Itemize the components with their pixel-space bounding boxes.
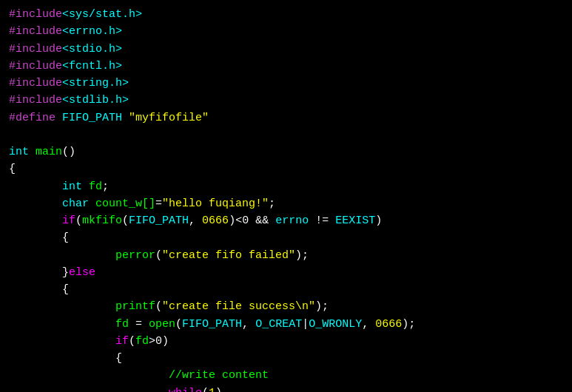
indent: } <box>9 266 69 279</box>
keyword-if: if <box>115 335 129 348</box>
paren: ( <box>202 387 209 393</box>
code-line-9: int main() <box>9 143 563 160</box>
include-text: <fcntl.h> <box>62 60 122 72</box>
indent: { <box>9 283 69 296</box>
keyword: #include <box>9 77 62 89</box>
code-line-3: #include<stdio.h> <box>9 41 563 58</box>
function-call: open <box>149 318 175 331</box>
keyword: #include <box>9 94 62 107</box>
variable: fd <box>89 180 102 193</box>
comment: //write content <box>169 369 269 382</box>
indent: { <box>9 352 122 365</box>
comma: , <box>242 318 255 331</box>
equals: = <box>155 197 162 210</box>
paren: ); <box>315 300 329 313</box>
type-keyword: int <box>9 146 36 158</box>
indent <box>9 318 115 331</box>
code-line-2: #include<errno.h> <box>9 23 563 40</box>
operator: <0 && <box>235 214 275 227</box>
code-line-12: char count_w[]="hello fuqiang!"; <box>9 195 563 212</box>
keyword: #define <box>9 112 62 124</box>
comma: , <box>189 214 202 227</box>
code-line-19: fd = open(FIFO_PATH, O_CREAT|O_WRONLY, 0… <box>9 316 563 333</box>
indent <box>9 214 62 227</box>
code-line-4: #include<fcntl.h> <box>9 58 563 75</box>
code-line-23: while(1) <box>9 385 563 393</box>
indent <box>9 387 169 393</box>
code-line-13: if(mkfifo(FIFO_PATH, 0666)<0 && errno !=… <box>9 212 563 229</box>
variable: fd <box>115 318 135 331</box>
operator: | <box>302 318 309 331</box>
code-line-16: }else <box>9 264 563 281</box>
indent <box>9 180 62 193</box>
function-call: perror <box>115 249 155 262</box>
number: 0666 <box>202 214 229 227</box>
include-text: <string.h> <box>62 77 129 89</box>
indent <box>9 335 115 348</box>
keyword-if: if <box>62 214 75 227</box>
code-line-18: printf("create file success\n"); <box>9 298 563 315</box>
keyword-while: while <box>169 387 202 393</box>
code-line-15: perror("create fifo failed"); <box>9 247 563 264</box>
code-line-5: #include<string.h> <box>9 75 563 92</box>
operator: = <box>135 318 149 331</box>
code-line-11: int fd; <box>9 178 563 195</box>
indent <box>9 197 62 210</box>
define-name: FIFO_PATH <box>62 112 129 124</box>
include-text: <errno.h> <box>62 25 122 38</box>
indent: { <box>9 232 69 244</box>
macro: errno <box>275 214 315 227</box>
type-keyword: char <box>62 197 95 210</box>
code-editor: #include<sys/stat.h> #include<errno.h> #… <box>0 0 572 392</box>
include-text: <sys/stat.h> <box>62 8 142 21</box>
string-literal: "create fifo failed" <box>162 249 295 262</box>
string-literal: "myfifofile" <box>129 112 209 124</box>
indent <box>9 300 115 313</box>
macro: EEXIST <box>335 214 375 227</box>
paren: ); <box>295 249 309 262</box>
brace: { <box>9 163 16 175</box>
code-line-21: { <box>9 350 563 367</box>
paren: ( <box>129 335 135 348</box>
punctuation: ; <box>102 180 109 193</box>
function-name: main <box>36 146 62 158</box>
code-line-14: { <box>9 229 563 246</box>
macro: O_CREAT <box>255 318 302 331</box>
operator: >0) <box>149 335 169 348</box>
punctuation: ; <box>269 197 275 210</box>
keyword: #include <box>9 43 62 55</box>
code-line-1: #include<sys/stat.h> <box>9 6 563 23</box>
code-line-8 <box>9 126 563 143</box>
string-literal: "hello fuqiang!" <box>162 197 269 210</box>
code-line-6: #include<stdlib.h> <box>9 92 563 109</box>
variable: count_w[] <box>95 197 155 210</box>
include-text: <stdio.h> <box>62 43 122 55</box>
macro: FIFO_PATH <box>182 318 242 331</box>
variable: fd <box>135 335 149 348</box>
code-line-20: if(fd>0) <box>9 333 563 350</box>
keyword-else: else <box>69 266 95 279</box>
paren: ( <box>122 214 129 227</box>
number: 0666 <box>375 318 402 331</box>
code-line-17: { <box>9 281 563 298</box>
keyword: #include <box>9 25 62 38</box>
include-text: <stdlib.h> <box>62 94 129 107</box>
paren: ( <box>75 214 82 227</box>
paren: ) <box>229 214 235 227</box>
operator: != <box>315 214 335 227</box>
macro: FIFO_PATH <box>129 214 189 227</box>
punctuation: () <box>62 146 75 158</box>
indent <box>9 249 115 262</box>
code-line-7: #define FIFO_PATH "myfifofile" <box>9 109 563 126</box>
keyword: #include <box>9 60 62 72</box>
paren: ); <box>402 318 415 331</box>
keyword: #include <box>9 8 62 21</box>
paren: ) <box>215 387 222 393</box>
function-call: mkfifo <box>82 214 122 227</box>
comma: , <box>362 318 375 331</box>
macro: O_WRONLY <box>309 318 362 331</box>
type-keyword: int <box>62 180 89 193</box>
paren: ) <box>375 214 382 227</box>
number: 1 <box>209 387 215 393</box>
function-call: printf <box>115 300 155 313</box>
